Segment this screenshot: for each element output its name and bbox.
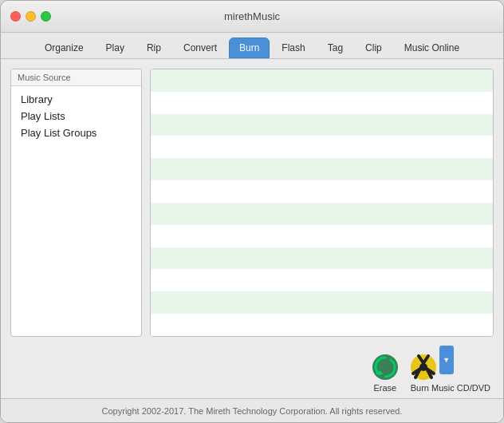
erase-label: Erase — [373, 383, 396, 393]
source-list: Library Play Lists Play List Groups — [11, 86, 141, 336]
source-item-play-list-groups[interactable]: Play List Groups — [11, 125, 141, 141]
close-button[interactable] — [10, 11, 21, 22]
right-panel — [150, 69, 494, 337]
burn-icon — [409, 353, 438, 381]
tab-flash[interactable]: Flash — [271, 38, 315, 58]
status-bar: Copyright 2002-2017. The Mireth Technolo… — [1, 398, 503, 422]
tab-rip[interactable]: Rip — [136, 38, 171, 58]
content-row — [151, 114, 493, 136]
content-row — [151, 314, 493, 336]
content-row — [151, 136, 493, 158]
tab-music-online[interactable]: Music Online — [394, 38, 470, 58]
tab-organize[interactable]: Organize — [34, 38, 94, 58]
burn-dropdown-arrow[interactable] — [439, 346, 454, 374]
tab-burn[interactable]: Burn — [229, 38, 270, 58]
maximize-button[interactable] — [41, 11, 51, 22]
title-bar: mirethMusic — [1, 1, 503, 33]
burn-label: Burn Music CD/DVD — [411, 383, 490, 393]
content-row — [151, 203, 493, 225]
tab-convert[interactable]: Convert — [173, 38, 227, 58]
music-source-header: Music Source — [11, 69, 141, 86]
footer-actions: Erase — [1, 346, 503, 398]
window-title: mirethMusic — [224, 10, 280, 22]
copyright-text: Copyright 2002-2017. The Mireth Technolo… — [102, 406, 403, 416]
tab-play[interactable]: Play — [96, 38, 135, 58]
source-item-play-lists[interactable]: Play Lists — [11, 108, 141, 125]
content-row — [151, 92, 493, 114]
content-row — [151, 291, 493, 314]
burn-button[interactable] — [409, 353, 438, 381]
content-row — [151, 69, 493, 92]
app-window: mirethMusic Organize Play Rip Convert Bu… — [0, 0, 504, 423]
tab-bar: Organize Play Rip Convert Burn Flash Tag… — [1, 33, 503, 59]
content-row — [151, 158, 493, 180]
content-row — [151, 269, 493, 291]
content-row — [151, 225, 493, 247]
tab-clip[interactable]: Clip — [355, 38, 392, 58]
traffic-lights — [10, 11, 51, 22]
left-panel: Music Source Library Play Lists Play Lis… — [10, 69, 142, 337]
erase-button[interactable]: Erase — [371, 353, 400, 393]
main-content: Music Source Library Play Lists Play Lis… — [1, 59, 503, 346]
content-row — [151, 247, 493, 270]
minimize-button[interactable] — [26, 11, 36, 22]
tab-tag[interactable]: Tag — [317, 38, 353, 58]
erase-icon — [371, 353, 400, 381]
source-item-library[interactable]: Library — [11, 91, 141, 108]
content-row — [151, 180, 493, 203]
